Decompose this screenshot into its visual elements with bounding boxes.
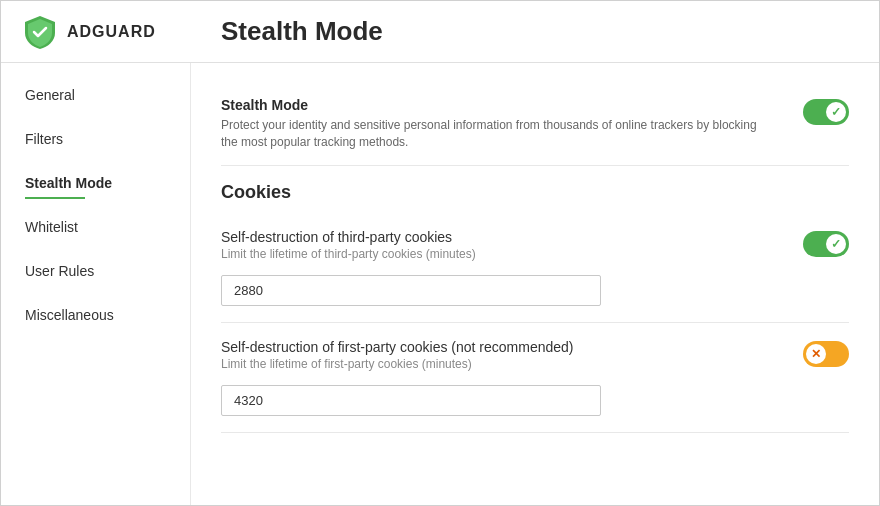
third-party-cookies-toggle[interactable]: ✓ bbox=[803, 231, 849, 257]
toggle-thumb-1p: ✕ bbox=[806, 344, 826, 364]
checkmark-icon-3p: ✓ bbox=[831, 237, 841, 251]
third-party-toggle-control: ✓ bbox=[803, 229, 849, 257]
logo-text: ADGUARD bbox=[67, 23, 156, 41]
sidebar-item-general[interactable]: General bbox=[1, 73, 190, 117]
sidebar: General Filters Stealth Mode Whitelist U… bbox=[1, 63, 191, 505]
stealth-mode-toggle[interactable]: ✓ bbox=[803, 99, 849, 125]
third-party-cookies-title: Self-destruction of third-party cookies bbox=[221, 229, 476, 245]
app-container: ADGUARD Stealth Mode General Filters Ste… bbox=[0, 0, 880, 506]
sidebar-item-user-rules[interactable]: User Rules bbox=[1, 249, 190, 293]
stealth-mode-setting-row: Stealth Mode Protect your identity and s… bbox=[221, 83, 849, 166]
first-party-cookies-setting: Self-destruction of first-party cookies … bbox=[221, 323, 849, 433]
third-party-cookies-info: Self-destruction of third-party cookies … bbox=[221, 229, 476, 261]
third-party-cookies-setting: Self-destruction of third-party cookies … bbox=[221, 213, 849, 323]
main-layout: General Filters Stealth Mode Whitelist U… bbox=[1, 63, 879, 505]
first-party-cookies-info: Self-destruction of first-party cookies … bbox=[221, 339, 573, 371]
first-party-cookies-toggle[interactable]: ✕ bbox=[803, 341, 849, 367]
sidebar-item-stealth-mode[interactable]: Stealth Mode bbox=[1, 161, 190, 205]
first-party-cookies-title: Self-destruction of first-party cookies … bbox=[221, 339, 573, 355]
first-party-cookies-desc: Limit the lifetime of first-party cookie… bbox=[221, 357, 573, 371]
third-party-cookies-desc: Limit the lifetime of third-party cookie… bbox=[221, 247, 476, 261]
cookies-section-heading: Cookies bbox=[221, 182, 849, 203]
stealth-mode-desc: Protect your identity and sensitive pers… bbox=[221, 117, 761, 151]
stealth-mode-control: ✓ bbox=[803, 97, 849, 125]
first-party-toggle-control: ✕ bbox=[803, 339, 849, 367]
stealth-mode-info: Stealth Mode Protect your identity and s… bbox=[221, 97, 783, 151]
checkmark-icon: ✓ bbox=[831, 105, 841, 119]
toggle-thumb-3p: ✓ bbox=[826, 234, 846, 254]
sidebar-item-miscellaneous[interactable]: Miscellaneous bbox=[1, 293, 190, 337]
adguard-logo-icon bbox=[21, 13, 59, 51]
stealth-mode-title: Stealth Mode bbox=[221, 97, 783, 113]
third-party-cookies-row: Self-destruction of third-party cookies … bbox=[221, 229, 849, 261]
sidebar-item-filters[interactable]: Filters bbox=[1, 117, 190, 161]
third-party-cookies-input[interactable] bbox=[221, 275, 601, 306]
toggle-thumb: ✓ bbox=[826, 102, 846, 122]
logo-area: ADGUARD bbox=[21, 13, 211, 51]
content-area: Stealth Mode Protect your identity and s… bbox=[191, 63, 879, 505]
cross-icon: ✕ bbox=[811, 347, 821, 361]
sidebar-item-whitelist[interactable]: Whitelist bbox=[1, 205, 190, 249]
first-party-cookies-input[interactable] bbox=[221, 385, 601, 416]
page-title: Stealth Mode bbox=[221, 16, 383, 47]
header: ADGUARD Stealth Mode bbox=[1, 1, 879, 63]
first-party-cookies-row: Self-destruction of first-party cookies … bbox=[221, 339, 849, 371]
